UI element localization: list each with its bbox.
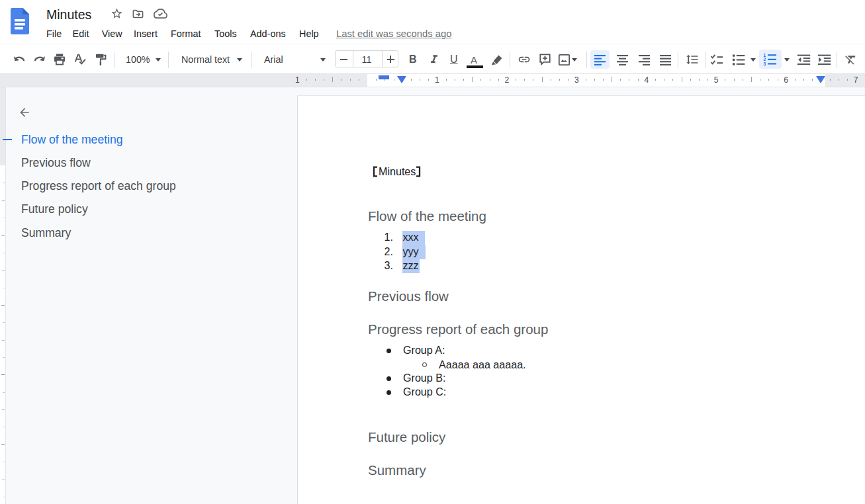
- svg-text:3: 3: [763, 62, 766, 66]
